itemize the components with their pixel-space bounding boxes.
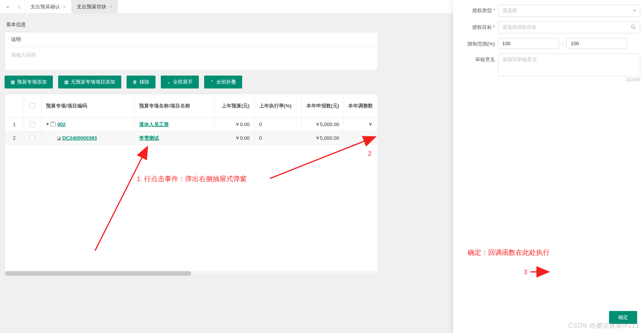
cell-index: 1 bbox=[5, 118, 24, 131]
label-auth-target: 授权目标* bbox=[457, 21, 498, 31]
tab-label: 支出预算确认 bbox=[30, 3, 60, 10]
button-label: 确定 bbox=[618, 314, 628, 321]
th-name: 预算专项名称/项目名称 bbox=[135, 94, 214, 117]
button-label: 无预算专项项目添加 bbox=[71, 79, 115, 85]
add-project-button[interactable]: ▦无预算专项项目添加 bbox=[58, 76, 121, 88]
description-label: 说明 bbox=[5, 32, 378, 47]
cell-adjust: ￥ bbox=[344, 118, 378, 131]
remove-button[interactable]: 🗑移除 bbox=[127, 76, 155, 88]
caret-down-icon[interactable] bbox=[46, 123, 49, 125]
table-row[interactable]: 2 ◪ DC2400000393 李雪测试 ￥0.00 0 ￥5,000.00 … bbox=[5, 131, 378, 145]
label-auth-type: 授权类型* bbox=[457, 5, 498, 14]
button-label: 移除 bbox=[140, 79, 149, 85]
limit-range-from-input[interactable] bbox=[498, 38, 559, 49]
cell-apply: ￥5,000.00 bbox=[301, 131, 344, 145]
chevron-down-icon bbox=[633, 10, 636, 12]
cell-apply: ￥5,000.00 bbox=[301, 118, 344, 131]
cell-index: 2 bbox=[5, 131, 24, 145]
auth-target-select[interactable]: 请选择授权目标 bbox=[498, 21, 640, 33]
checkbox-all[interactable] bbox=[30, 103, 35, 109]
h-scrollbar-track[interactable] bbox=[5, 271, 378, 276]
chevron-down-icon: ⌄ bbox=[167, 79, 171, 85]
limit-range-to-input[interactable] bbox=[566, 38, 627, 49]
label-limit-range: 限制范围(%) bbox=[457, 38, 498, 47]
close-icon[interactable]: × bbox=[109, 4, 112, 9]
cell-checkbox bbox=[24, 118, 41, 131]
th-adjust: 本年调整数 bbox=[344, 94, 378, 117]
leaf-icon: ◪ bbox=[57, 136, 61, 141]
table-header: 预算专项/项目编码 预算专项名称/项目名称 上年预算(元) 上年执行率(%) 本… bbox=[5, 94, 378, 118]
row-checkbox[interactable] bbox=[30, 122, 35, 127]
add-special-button[interactable]: ▦预算专项添加 bbox=[5, 76, 53, 88]
name-link[interactable]: 李雪测试 bbox=[139, 135, 159, 142]
row-checkbox[interactable] bbox=[30, 136, 35, 141]
table-row[interactable]: 1 002 退休人员工资 ￥0.00 0 ￥5,000.00 ￥ bbox=[5, 118, 378, 131]
watermark: CSDN @樱花落海洋111 bbox=[568, 322, 639, 330]
cell-rate: 0 bbox=[255, 118, 302, 131]
cell-adjust: ￥ bbox=[344, 131, 378, 145]
chevron-up-icon: ⌃ bbox=[210, 79, 214, 85]
app-root: « ⌂ 支出预算确认 × 支出预算切块 × 基本信息 说明 请输入说明 ▦预算专… bbox=[0, 0, 644, 333]
button-label: 全部展开 bbox=[173, 79, 193, 85]
svg-point-0 bbox=[631, 25, 634, 28]
code-link[interactable]: 002 bbox=[57, 122, 66, 127]
th-prev-budget: 上年预算(元) bbox=[214, 94, 255, 117]
th-code: 预算专项/项目编码 bbox=[41, 94, 135, 117]
review-textarea[interactable]: 请填写审核意见 bbox=[498, 54, 640, 76]
plus-icon: ▦ bbox=[11, 79, 15, 85]
tab-label: 支出预算切块 bbox=[77, 3, 106, 10]
tab-expense-block[interactable]: 支出预算切块 × bbox=[71, 0, 118, 13]
button-label: 全部折叠 bbox=[216, 79, 236, 85]
cell-name: 退休人员工资 bbox=[135, 118, 214, 131]
select-placeholder: 请选择 bbox=[502, 7, 517, 14]
h-scrollbar-thumb[interactable] bbox=[5, 271, 191, 276]
field-limit-range: 限制范围(%) - bbox=[457, 38, 640, 49]
cell-code: 002 bbox=[41, 118, 135, 131]
th-apply: 本年申报数(元) bbox=[301, 94, 344, 117]
table-body: 1 002 退休人员工资 ￥0.00 0 ￥5,000.00 ￥ 2 bbox=[5, 118, 378, 145]
description-input[interactable]: 请输入说明 bbox=[5, 47, 378, 70]
cell-code: ◪ DC2400000393 bbox=[41, 131, 135, 145]
home-icon[interactable]: ⌂ bbox=[14, 0, 25, 13]
close-icon[interactable]: × bbox=[63, 4, 66, 9]
main-content: 基本信息 说明 请输入说明 ▦预算专项添加 ▦无预算专项项目添加 🗑移除 ⌄全部… bbox=[0, 14, 382, 281]
th-checkbox bbox=[24, 94, 41, 117]
cell-checkbox bbox=[24, 131, 41, 145]
cell-name: 李雪测试 bbox=[135, 131, 214, 145]
trash-icon: 🗑 bbox=[133, 79, 137, 85]
char-counter: 0/2000 bbox=[498, 77, 640, 82]
name-link[interactable]: 退休人员工资 bbox=[139, 121, 169, 128]
tabs-collapse-toggle[interactable]: « bbox=[2, 0, 14, 13]
cell-prev: ￥0.00 bbox=[214, 131, 255, 145]
svg-line-1 bbox=[634, 27, 636, 29]
budget-table: 预算专项/项目编码 预算专项名称/项目名称 上年预算(元) 上年执行率(%) 本… bbox=[5, 94, 378, 276]
table-toolbar: ▦预算专项添加 ▦无预算专项项目添加 🗑移除 ⌄全部展开 ⌃全部折叠 bbox=[5, 76, 378, 88]
field-auth-type: 授权类型* 请选择 bbox=[457, 5, 640, 17]
select-placeholder: 请选择授权目标 bbox=[502, 24, 537, 31]
plus-icon: ▦ bbox=[64, 79, 68, 85]
tab-expense-confirm[interactable]: 支出预算确认 × bbox=[25, 0, 71, 13]
auth-type-select[interactable]: 请选择 bbox=[498, 5, 640, 17]
field-review: 审核意见 请填写审核意见 0/2000 bbox=[457, 54, 640, 82]
code-link[interactable]: DC2400000393 bbox=[62, 135, 97, 141]
folder-icon bbox=[51, 122, 56, 126]
description-panel: 说明 请输入说明 bbox=[5, 32, 378, 70]
range-separator: - bbox=[559, 41, 566, 46]
button-label: 预算专项添加 bbox=[17, 79, 47, 85]
expand-all-button[interactable]: ⌄全部展开 bbox=[161, 76, 199, 88]
label-review: 审核意见 bbox=[457, 54, 498, 63]
cell-rate: 0 bbox=[255, 131, 302, 145]
th-prev-rate: 上年执行率(%) bbox=[255, 94, 302, 117]
collapse-all-button[interactable]: ⌃全部折叠 bbox=[204, 76, 242, 88]
cell-prev: ￥0.00 bbox=[214, 118, 255, 131]
right-drawer: 授权类型* 请选择 授权目标* 请选择授权目标 限制范围(%) bbox=[453, 0, 644, 333]
th-index bbox=[5, 94, 24, 117]
section-basic-info-title: 基本信息 bbox=[6, 21, 376, 28]
field-auth-target: 授权目标* 请选择授权目标 bbox=[457, 21, 640, 33]
search-icon bbox=[631, 24, 636, 31]
